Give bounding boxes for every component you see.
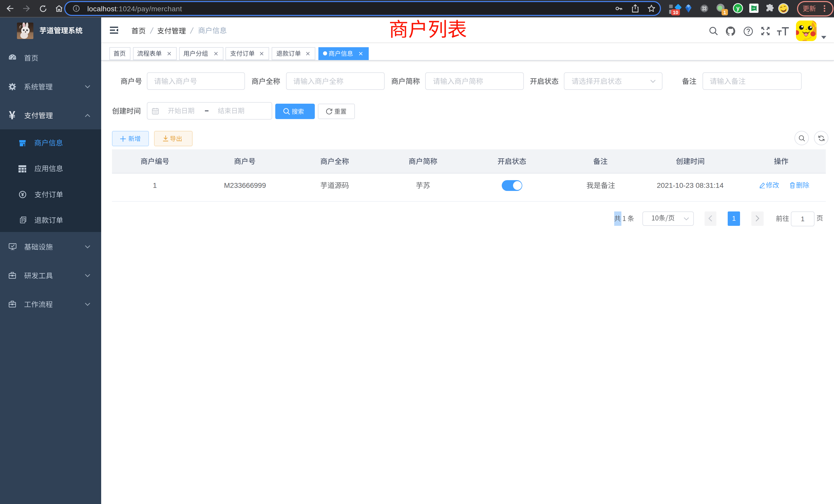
- svg-text:y: y: [737, 5, 740, 12]
- svg-text:1: 1: [723, 10, 726, 15]
- svg-text:10: 10: [673, 10, 678, 15]
